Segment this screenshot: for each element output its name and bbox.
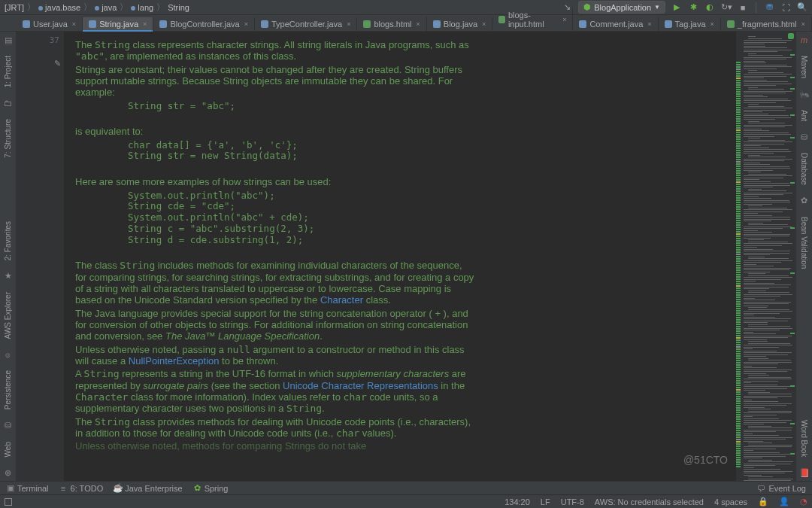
ant-icon[interactable]: 🐜 — [799, 89, 810, 99]
caret-position[interactable]: 134:20 — [504, 497, 530, 506]
tool-favorites[interactable]: 2: Favorites — [2, 218, 14, 263]
close-icon[interactable]: × — [347, 20, 350, 28]
editor-tab[interactable]: User.java× — [17, 17, 83, 31]
persistence-icon[interactable]: ⛁ — [3, 421, 14, 431]
close-icon[interactable]: × — [482, 20, 486, 28]
javadoc-text: is equivalent to: — [75, 126, 475, 137]
todo-icon: ≡ — [59, 484, 68, 492]
breadcrumb-pkg[interactable]: lang — [138, 3, 153, 12]
java-file-icon — [665, 20, 672, 28]
java-file-icon — [89, 20, 96, 28]
tool-web[interactable]: Web — [2, 439, 14, 460]
editor-tab[interactable]: Comment.java× — [573, 17, 658, 31]
close-icon[interactable]: × — [801, 20, 805, 28]
separator — [756, 2, 756, 13]
tool-terminal[interactable]: ▣Terminal — [6, 484, 49, 493]
line-number: 37 — [50, 32, 64, 45]
tool-structure[interactable]: 7: Structure — [2, 116, 14, 161]
coverage-icon[interactable]: ◐ — [704, 2, 715, 13]
breadcrumb-sep: 〉 — [27, 2, 35, 13]
tool-ant[interactable]: Ant — [798, 107, 810, 124]
vcs-update-icon[interactable]: ⛃ — [764, 2, 774, 13]
event-log-icon: 🗩 — [757, 484, 765, 492]
editor-tab[interactable]: BlogController.java× — [153, 17, 255, 31]
star-icon[interactable]: ★ — [3, 271, 14, 281]
right-tool-rail: m Maven 🐜 Ant ⛁ Database ✿ Bean Validati… — [795, 32, 812, 481]
html-file-icon — [727, 20, 735, 28]
editor-tabs: User.java× String.java× BlogController.j… — [0, 15, 812, 32]
tool-persistence[interactable]: Persistence — [2, 367, 14, 412]
run-config-label: BlogApplication — [594, 3, 651, 12]
breadcrumb-pkg[interactable]: java — [102, 3, 117, 12]
project-tool-icon[interactable]: ▤ — [3, 35, 14, 45]
close-icon[interactable]: × — [244, 20, 248, 28]
folder-icon[interactable]: 🗀 — [3, 98, 14, 108]
tool-maven[interactable]: Maven — [798, 53, 810, 81]
inspection-profile-icon[interactable]: 👤 — [779, 497, 789, 506]
spring-icon: ✿ — [193, 484, 201, 492]
tool-event-log[interactable]: 🗩Event Log — [757, 484, 806, 493]
editor-tab[interactable]: blogs-input.html× — [492, 8, 573, 31]
javadoc-text: Strings are constant; their values canno… — [75, 64, 475, 99]
aws-status[interactable]: AWS: No credentials selected — [595, 497, 704, 506]
tool-bean-validation[interactable]: Bean Validation — [798, 214, 810, 272]
close-icon[interactable]: × — [417, 20, 420, 28]
link-character[interactable]: Character — [320, 294, 363, 306]
bean-icon[interactable]: ✿ — [799, 196, 810, 206]
editor-tab[interactable]: String.java× — [83, 17, 153, 31]
database-icon[interactable]: ⛁ — [799, 132, 810, 142]
breadcrumb-class[interactable]: String — [168, 3, 189, 12]
editor-tab[interactable]: blogs.html× — [357, 17, 426, 31]
line-ending[interactable]: LF — [541, 497, 550, 506]
readonly-lock-icon[interactable]: 🔒 — [758, 497, 768, 506]
tool-database[interactable]: Database — [798, 150, 810, 188]
debug-icon[interactable]: ✱ — [688, 2, 698, 13]
breadcrumb-pkg[interactable]: java.base — [45, 3, 80, 12]
java-file-icon — [159, 20, 167, 28]
search-everywhere-icon[interactable]: ⛶ — [780, 2, 791, 13]
bottom-tool-tabs: ▣Terminal ≡6: TODO ☕Java Enterprise ✿Spr… — [0, 481, 812, 494]
indent-settings[interactable]: 4 spaces — [714, 497, 747, 506]
close-icon[interactable]: × — [562, 16, 566, 23]
editor-minimap[interactable] — [735, 32, 795, 481]
tool-wordbook[interactable]: Word Book — [798, 417, 810, 460]
web-icon[interactable]: ⊕ — [3, 467, 14, 478]
left-tool-rail: ▤ 1: Project 🗀 7: Structure 2: Favorites… — [0, 32, 17, 481]
file-encoding[interactable]: UTF-8 — [561, 497, 584, 506]
search-icon[interactable]: 🔍 — [797, 2, 807, 13]
editor-tab[interactable]: Tag.java× — [659, 17, 721, 31]
tool-windows-toggle-icon[interactable] — [5, 498, 12, 506]
tool-todo[interactable]: ≡6: TODO — [59, 484, 104, 493]
run-icon[interactable]: ▶ — [671, 2, 682, 13]
edit-icon[interactable]: ✎ — [54, 45, 64, 68]
breadcrumb-root[interactable]: [JRT] — [5, 3, 24, 12]
navigation-bar: [JRT] 〉 java.base 〉 java 〉 lang 〉 String… — [0, 0, 812, 15]
tool-project[interactable]: 1: Project — [2, 53, 14, 90]
close-icon[interactable]: × — [647, 20, 651, 28]
code-sample: String str = "abc"; — [128, 101, 475, 112]
close-icon[interactable]: × — [143, 20, 147, 28]
run-config-dropdown[interactable]: ⬢ BlogApplication ▼ — [578, 1, 665, 14]
html-file-icon — [363, 20, 371, 28]
code-sample: char data[] = {'a', 'b', 'c'}; String st… — [128, 140, 475, 163]
maven-icon[interactable]: m — [799, 35, 810, 45]
tool-javaee[interactable]: ☕Java Enterprise — [114, 484, 182, 493]
tool-aws[interactable]: AWS Explorer — [2, 289, 14, 342]
link-npe[interactable]: NullPointerException — [129, 355, 220, 367]
aws-icon[interactable]: ⌾ — [3, 349, 14, 360]
close-icon[interactable]: × — [710, 20, 714, 28]
editor-tab[interactable]: Blog.java× — [427, 17, 493, 31]
stop-icon[interactable]: ■ — [738, 2, 748, 13]
editor-tab[interactable]: _fragments.html× — [721, 17, 812, 31]
code-sample: System.out.println("abc"); String cde = … — [128, 190, 475, 246]
editor-viewport[interactable]: The String class represents character st… — [65, 32, 735, 481]
tool-spring[interactable]: ✿Spring — [193, 484, 229, 493]
memory-indicator-icon[interactable]: ◔ — [800, 497, 807, 506]
breadcrumb[interactable]: [JRT] 〉 java.base 〉 java 〉 lang 〉 String — [5, 2, 189, 13]
java-file-icon — [433, 20, 441, 28]
profile-icon[interactable]: ↻▾ — [721, 2, 732, 13]
editor-tab[interactable]: TypeController.java× — [255, 17, 357, 31]
close-icon[interactable]: × — [72, 20, 76, 28]
link-unicode-repr[interactable]: Unicode Character Representations — [283, 380, 438, 391]
wordbook-icon[interactable]: 📕 — [799, 467, 810, 478]
